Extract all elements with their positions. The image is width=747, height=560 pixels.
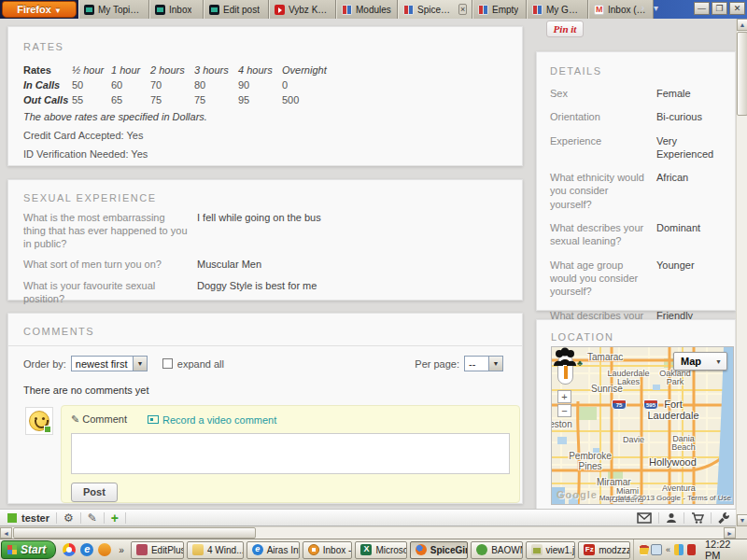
horizontal-scrollbar[interactable]: ◄ ►	[0, 526, 736, 539]
tab-scroll-right-icon[interactable]: ›	[641, 3, 644, 13]
image-file-icon	[531, 544, 543, 555]
wrench-icon[interactable]	[718, 511, 730, 524]
scroll-right-icon[interactable]: ►	[724, 527, 736, 539]
expand-all-checkbox[interactable]	[162, 358, 173, 369]
map-attribution[interactable]: Map data ©2013 Google - Terms of Use	[599, 494, 731, 502]
tab-strip: My Topics :: ... Inbox Edit post Vybz Ka…	[78, 0, 654, 19]
pencil-icon: ✎	[71, 413, 82, 425]
taskbar-item-airas[interactable]: e Airas Int...	[247, 541, 300, 559]
question-label: What is the most embarrassing thing that…	[23, 212, 190, 250]
gmail-favicon	[594, 5, 604, 15]
task-label: EditPlus - ...	[151, 545, 184, 555]
cart-icon[interactable]	[691, 512, 704, 524]
avatar	[25, 407, 53, 435]
add-icon[interactable]: +	[111, 511, 119, 525]
order-by-label: Order by:	[23, 358, 66, 370]
firefox-icon	[416, 544, 427, 555]
close-button[interactable]: ✕	[729, 2, 745, 15]
detail-row: What ethnicity would you consider yourse…	[550, 171, 722, 211]
update-shield-tray-icon[interactable]	[639, 544, 650, 555]
chevron-right-icon[interactable]: »	[119, 545, 124, 555]
scroll-down-icon[interactable]: ▼	[737, 514, 747, 526]
question-label: What is your favourite sexual position?	[23, 280, 190, 306]
tab-close-icon[interactable]: ×	[458, 4, 467, 15]
detail-row: Orientation Bi-curious	[550, 110, 722, 123]
pinterest-pin-it-button[interactable]: Pin it	[546, 21, 584, 37]
windows-taskbar: Start e » EditPlus - ... 4 Wind... ▼ e A…	[0, 539, 747, 560]
tablet-tray-icon[interactable]	[651, 544, 662, 555]
taskbar-item-excel[interactable]: Microsoft...	[355, 541, 406, 559]
rate-cell: 65	[111, 93, 150, 108]
scroll-up-icon[interactable]: ▲	[737, 19, 747, 31]
tab-modules[interactable]: Modules	[336, 0, 398, 19]
interstate-75-shield-icon: 75	[612, 399, 627, 410]
rate-cell: 75	[194, 93, 238, 108]
tab-vybz-kartel[interactable]: Vybz Kartel - ...	[269, 0, 336, 19]
map-type-label: Map	[674, 356, 715, 367]
divider	[125, 512, 126, 524]
site-favicon	[532, 5, 543, 15]
rates-col-header: 2 hours	[150, 63, 194, 78]
detail-row: What describes your sexual leaning? Domi…	[550, 221, 722, 248]
vertical-scrollbar[interactable]: ▲ ▼	[736, 19, 747, 526]
horizontal-scroll-thumb[interactable]	[13, 527, 256, 539]
site-favicon	[403, 5, 414, 15]
map-type-dropdown[interactable]: Map ▼	[673, 352, 727, 371]
chrome-icon[interactable]	[63, 543, 76, 556]
editplus-icon	[136, 544, 148, 555]
start-button[interactable]: Start	[1, 540, 56, 559]
comment-textarea[interactable]	[71, 433, 510, 474]
comment-tab[interactable]: ✎ Comment	[71, 413, 127, 426]
member-bar: tester ⚙ ✎ +	[0, 509, 736, 526]
mail-app-icon[interactable]	[98, 543, 111, 556]
detail-label: Sex	[550, 87, 651, 100]
user-icon[interactable]	[666, 512, 677, 524]
internet-explorer-icon[interactable]: e	[80, 543, 93, 556]
app-tray-icon[interactable]	[674, 544, 683, 555]
per-page-label: Per page:	[415, 358, 459, 370]
taskbar-item-editplus[interactable]: EditPlus - ...	[131, 541, 184, 559]
zoom-out-button[interactable]: −	[557, 404, 571, 417]
taskbar-item-inbox[interactable]: Inbox - M...	[303, 541, 353, 559]
scroll-left-icon[interactable]: ◄	[0, 527, 12, 539]
divider	[658, 512, 659, 524]
order-by-select[interactable]: newest first ▼	[71, 356, 148, 371]
task-label: Inbox - M...	[323, 545, 353, 555]
map-label: Aventura	[662, 484, 696, 493]
username-label[interactable]: tester	[21, 512, 49, 524]
zoom-in-button[interactable]: +	[557, 390, 571, 403]
per-page-select[interactable]: -- ▼	[464, 356, 503, 371]
rate-cell: 80	[194, 78, 238, 93]
gear-icon[interactable]: ⚙	[63, 511, 74, 525]
minimize-button[interactable]: —	[694, 2, 710, 15]
collapse-tray-icon[interactable]: «	[666, 545, 670, 554]
tab-my-goals[interactable]: My Goals	[527, 0, 588, 19]
taskbar-item-windows-group[interactable]: 4 Wind... ▼	[187, 541, 244, 559]
taskbar-item-filezilla[interactable]: Fz modzzz@...	[578, 541, 629, 559]
taskbar-item-baowne[interactable]: BAOWNE...	[471, 541, 522, 559]
vertical-scroll-thumb[interactable]	[737, 32, 747, 116]
adobe-tray-icon[interactable]	[687, 544, 696, 555]
map-label: Davie	[623, 436, 644, 444]
post-button[interactable]: Post	[71, 483, 118, 502]
tab-empty[interactable]: Empty	[472, 0, 527, 19]
mail-icon[interactable]	[637, 512, 652, 524]
list-all-tabs-icon[interactable]: ▾	[654, 3, 658, 13]
edit-icon[interactable]: ✎	[88, 511, 97, 525]
youtube-favicon	[275, 5, 285, 15]
tab-inbox[interactable]: Inbox	[149, 0, 204, 19]
detail-value: Female	[656, 87, 722, 100]
google-map[interactable]: Tamarac Lauderdale Lakes Oakland Park Su…	[551, 346, 734, 505]
question-label: What sort of men turn you on?	[23, 259, 190, 272]
task-label: SpiceGirl...	[430, 545, 468, 555]
record-video-comment-link[interactable]: Record a video comment	[148, 414, 276, 426]
task-label: view1.jp...	[546, 545, 576, 555]
taskbar-item-spicegirl-active[interactable]: SpiceGirl...	[410, 541, 468, 559]
restore-button[interactable]: ❐	[712, 2, 727, 15]
tab-edit-post[interactable]: Edit post	[204, 0, 269, 19]
firefox-menu-button[interactable]: Firefox ▼	[2, 1, 77, 18]
tab-my-topics[interactable]: My Topics :: ...	[78, 0, 149, 19]
taskbar-item-view1[interactable]: view1.jp...	[526, 541, 576, 559]
divider	[56, 512, 57, 524]
tab-spicegirl-active[interactable]: SpiceGirl - ... ×	[398, 0, 472, 19]
